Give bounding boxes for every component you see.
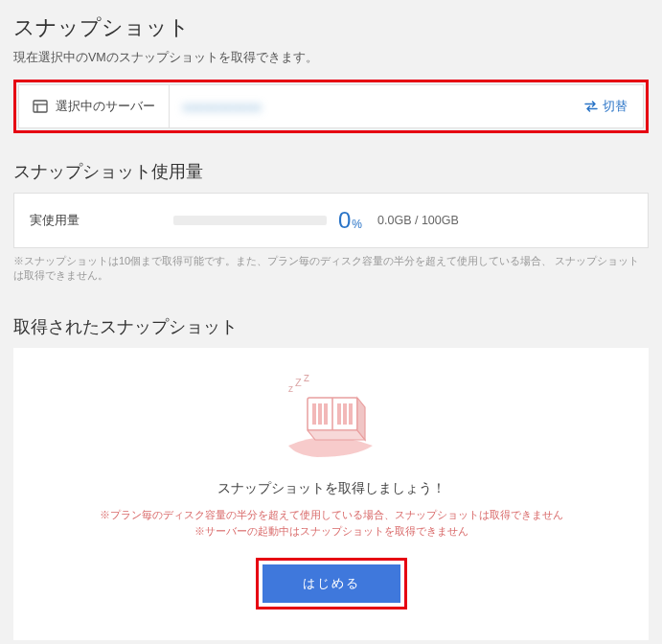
usage-section-title: スナップショット使用量 bbox=[13, 160, 649, 183]
svg-text:z: z bbox=[288, 383, 293, 394]
svg-rect-5 bbox=[312, 403, 316, 425]
server-icon bbox=[33, 100, 48, 113]
svg-rect-9 bbox=[343, 403, 347, 425]
svg-rect-6 bbox=[318, 403, 322, 425]
snapshots-section-title: 取得されたスナップショット bbox=[13, 315, 649, 338]
server-selector-highlight: 選択中のサーバー xxxxxxxxxxx 切替 bbox=[13, 80, 649, 133]
svg-rect-0 bbox=[34, 101, 47, 112]
svg-rect-7 bbox=[324, 403, 328, 425]
switch-label: 切替 bbox=[603, 99, 628, 115]
server-value: xxxxxxxxxxx bbox=[170, 100, 569, 114]
usage-label: 実使用量 bbox=[30, 213, 173, 229]
svg-rect-8 bbox=[337, 403, 341, 425]
svg-text:Z: Z bbox=[295, 377, 302, 388]
usage-text: 0.0GB / 100GB bbox=[377, 214, 459, 227]
usage-percent-suffix: % bbox=[352, 218, 362, 231]
server-label: 選択中のサーバー bbox=[19, 85, 170, 127]
sleeping-server-illustration: z Z z bbox=[260, 371, 403, 463]
empty-message: スナップショットを取得しましょう！ bbox=[33, 480, 629, 497]
usage-progress-bar bbox=[173, 216, 327, 225]
switch-server-button[interactable]: 切替 bbox=[569, 85, 643, 127]
server-selector: 選択中のサーバー xxxxxxxxxxx 切替 bbox=[18, 84, 644, 128]
swap-icon bbox=[584, 101, 598, 112]
usage-note: ※スナップショットは10個まで取得可能です。また、プラン毎のディスク容量の半分を… bbox=[13, 254, 649, 283]
start-button-highlight: はじめる bbox=[256, 558, 407, 610]
server-label-text: 選択中のサーバー bbox=[56, 99, 155, 115]
page-title: スナップショット bbox=[13, 13, 649, 42]
usage-card: 実使用量 0% 0.0GB / 100GB bbox=[13, 193, 649, 248]
empty-notes: ※プラン毎のディスク容量の半分を超えて使用している場合、スナップショットは取得で… bbox=[33, 507, 629, 539]
start-button[interactable]: はじめる bbox=[263, 564, 400, 603]
svg-rect-10 bbox=[349, 403, 353, 425]
svg-text:z: z bbox=[304, 371, 309, 384]
page-description: 現在選択中のVMのスナップショットを取得できます。 bbox=[13, 50, 649, 66]
snapshots-empty-state: z Z z スナップショットを取得しましょう！ ※プラン毎のディスク容量の半分を… bbox=[13, 348, 649, 640]
usage-percent: 0 bbox=[338, 207, 351, 233]
